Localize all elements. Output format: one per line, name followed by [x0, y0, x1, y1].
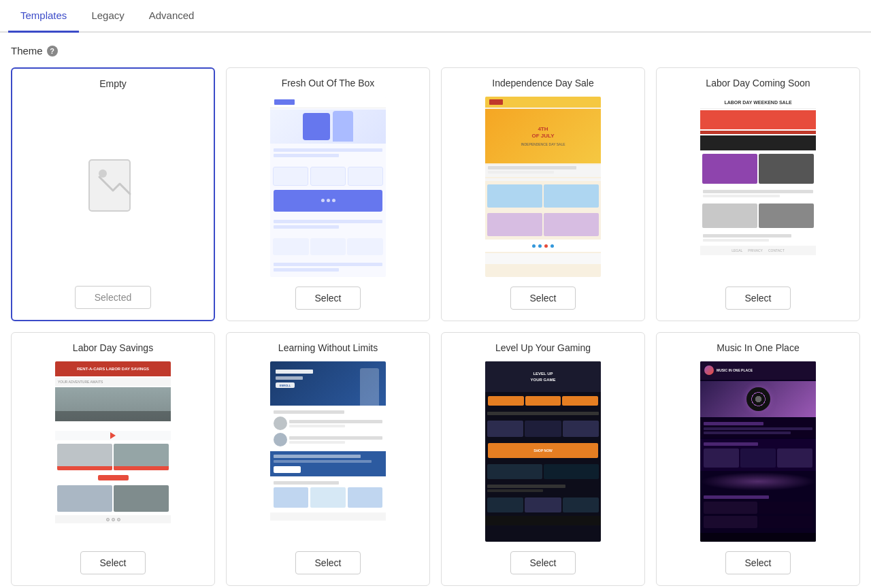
- tab-templates[interactable]: Templates: [8, 0, 79, 33]
- template-preview-music: MUSIC IN ONE PLACE: [666, 361, 850, 542]
- svg-point-1: [99, 169, 107, 178]
- templates-grid: Empty Selected Fresh Out Of The Box: [11, 67, 860, 586]
- tab-legacy[interactable]: Legacy: [79, 0, 136, 33]
- template-select-button-laborsavings[interactable]: Select: [80, 551, 146, 574]
- template-preview-empty: [22, 97, 204, 276]
- template-select-button-learning[interactable]: Select: [295, 551, 361, 574]
- tab-advanced[interactable]: Advanced: [137, 0, 207, 33]
- template-card-gaming[interactable]: Level Up Your Gaming LEVEL UPYOUR GAME: [441, 332, 645, 586]
- template-card-music[interactable]: Music In One Place MUSIC IN ONE PLACE: [656, 332, 860, 586]
- template-title-laborsavings: Labor Day Savings: [73, 342, 153, 353]
- theme-text: Theme: [11, 45, 43, 56]
- template-preview-july4: 4THOF JULY INDEPENDENCE DAY SALE: [451, 97, 635, 277]
- template-preview-fresh: [236, 97, 420, 277]
- template-select-button-laborcoming[interactable]: Select: [725, 287, 791, 310]
- theme-section-label: Theme ?: [11, 45, 860, 56]
- theme-help-icon[interactable]: ?: [47, 46, 58, 56]
- template-preview-laborsavings: RENT-A-CARS LABOR DAY SAVINGS YOUR ADVEN…: [21, 361, 205, 542]
- template-select-button-fresh[interactable]: Select: [295, 287, 361, 310]
- preview-fresh: [270, 97, 386, 277]
- template-card-july4[interactable]: Independence Day Sale 4THOF JULY INDEPEN…: [441, 67, 645, 321]
- template-preview-gaming: LEVEL UPYOUR GAME: [451, 361, 635, 542]
- template-title-july4: Independence Day Sale: [492, 78, 593, 88]
- template-select-button-gaming[interactable]: Select: [510, 551, 576, 574]
- template-preview-laborcoming: LABOR DAY WEEKEND SALE: [666, 97, 850, 277]
- template-title-learning: Learning Without Limits: [278, 342, 378, 353]
- tabs-bar: Templates Legacy Advanced: [0, 0, 871, 33]
- preview-learning: ENROLL: [270, 361, 386, 542]
- preview-gaming: LEVEL UPYOUR GAME: [485, 361, 601, 542]
- template-select-button-july4[interactable]: Select: [510, 287, 576, 310]
- template-title-gaming: Level Up Your Gaming: [495, 342, 591, 353]
- template-selected-button-empty: Selected: [75, 286, 151, 309]
- template-title-music: Music In One Place: [717, 342, 799, 353]
- preview-laborsavings: RENT-A-CARS LABOR DAY SAVINGS YOUR ADVEN…: [55, 361, 171, 542]
- preview-july4: 4THOF JULY INDEPENDENCE DAY SALE: [485, 97, 601, 277]
- preview-music: MUSIC IN ONE PLACE: [700, 361, 816, 542]
- template-card-laborcoming[interactable]: Labor Day Coming Soon LABOR DAY WEEKEND …: [656, 67, 860, 321]
- empty-preview-icon: [86, 157, 140, 218]
- template-title-empty: Empty: [99, 78, 127, 89]
- template-select-button-music[interactable]: Select: [725, 551, 791, 574]
- page-content: Theme ? Empty Selected Fresh Out Of The …: [0, 33, 871, 588]
- template-card-learning[interactable]: Learning Without Limits ENROLL: [226, 332, 430, 586]
- preview-laborcoming: LABOR DAY WEEKEND SALE: [700, 97, 816, 277]
- template-preview-learning: ENROLL: [236, 361, 420, 542]
- template-card-empty[interactable]: Empty Selected: [11, 67, 215, 321]
- svg-rect-0: [89, 160, 130, 211]
- template-card-laborsavings[interactable]: Labor Day Savings RENT-A-CARS LABOR DAY …: [11, 332, 215, 586]
- template-title-laborcoming: Labor Day Coming Soon: [706, 78, 810, 88]
- template-title-fresh: Fresh Out Of The Box: [282, 78, 375, 88]
- template-card-fresh[interactable]: Fresh Out Of The Box: [226, 67, 430, 321]
